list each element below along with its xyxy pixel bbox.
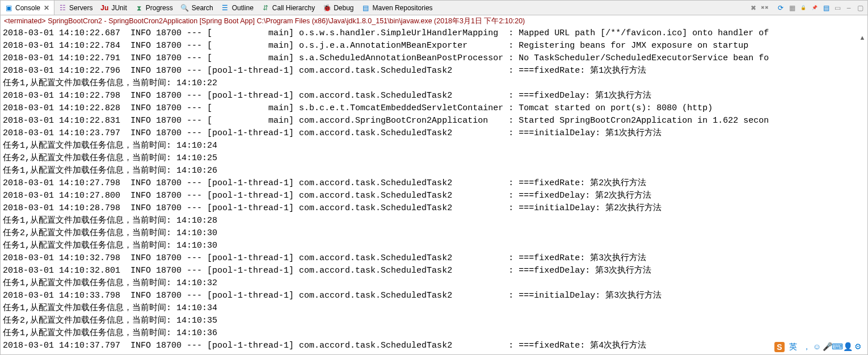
ime-mic-icon[interactable]: 🎤	[822, 341, 832, 352]
debug-icon: 🐞	[322, 3, 331, 12]
tab-label: JUnit	[111, 4, 127, 12]
ime-settings-icon[interactable]: ⚙	[853, 341, 863, 352]
clear-icon[interactable]: ▦	[787, 3, 797, 13]
tab-label: Servers	[69, 4, 92, 12]
maximize-icon[interactable]: ▢	[855, 3, 865, 13]
tab-label: Debug	[334, 4, 353, 12]
tab-label: Progress	[146, 4, 173, 12]
tab-servers[interactable]: ☷Servers	[54, 1, 96, 15]
junit-icon: Ju	[100, 3, 109, 12]
call-hierarchy-icon: ⇵	[261, 3, 270, 12]
scroll-up-icon[interactable]: ▲	[858, 34, 867, 43]
console-toolbar: ✖✖✖ ⟳▦🔒📌▤▭–▢	[748, 3, 867, 13]
terminate-relaunch-icon[interactable]: ⟳	[776, 3, 786, 13]
tab-progress[interactable]: ⧗Progress	[131, 1, 177, 15]
open-console-icon[interactable]: ▭	[832, 3, 842, 13]
ime-user-icon[interactable]: 👤	[842, 341, 853, 352]
console-panel: ▣Console✕☷ServersJuJUnit⧗Progress🔍Search…	[0, 0, 868, 355]
tab-outline[interactable]: ☰Outline	[217, 1, 258, 15]
scroll-lock-icon[interactable]: 🔒	[798, 3, 808, 13]
tab-junit[interactable]: JuJUnit	[96, 1, 130, 15]
ime-keyboard-icon[interactable]: ⌨	[832, 341, 842, 352]
tab-label: Call Hierarchy	[272, 4, 315, 12]
tab-search[interactable]: 🔍Search	[177, 1, 217, 15]
launch-status-line: <terminated> SpringBootCron2 - SpringBoo…	[1, 15, 867, 27]
remove-all-icon[interactable]: ✖✖	[760, 3, 770, 13]
view-tabs: ▣Console✕☷ServersJuJUnit⧗Progress🔍Search…	[1, 1, 437, 15]
tab-bar: ▣Console✕☷ServersJuJUnit⧗Progress🔍Search…	[1, 1, 867, 15]
console-text[interactable]: 2018-03-01 14:10:22.687 INFO 18700 --- […	[1, 27, 867, 352]
ime-emoji-icon[interactable]: ☺	[812, 341, 822, 352]
console-icon: ▣	[4, 3, 13, 12]
ime-punct-icon[interactable]: ，	[802, 342, 812, 352]
tab-console[interactable]: ▣Console✕	[1, 1, 54, 15]
maven-icon: ▤	[361, 3, 370, 12]
servers-icon: ☷	[58, 3, 67, 12]
tab-label: Maven Repositories	[373, 4, 433, 12]
tab-label: Outline	[232, 4, 254, 12]
outline-icon: ☰	[221, 3, 230, 12]
ime-bar[interactable]: S 英 ，☺🎤⌨👤⚙	[773, 341, 865, 353]
search-icon: 🔍	[180, 3, 189, 12]
ime-logo-icon[interactable]: S	[774, 342, 785, 352]
close-icon[interactable]: ✕	[43, 4, 50, 12]
pin-icon[interactable]: 📌	[810, 3, 820, 13]
minimize-icon[interactable]: –	[844, 3, 854, 13]
tab-label: Console	[15, 4, 40, 12]
tab-debug[interactable]: 🐞Debug	[319, 1, 357, 15]
console-output-area[interactable]: 2018-03-01 14:10:22.687 INFO 18700 --- […	[1, 27, 867, 354]
ime-lang-label[interactable]: 英	[788, 342, 798, 352]
tab-label: Search	[192, 4, 213, 12]
remove-launch-icon[interactable]: ✖	[748, 3, 759, 13]
display-selected-icon[interactable]: ▤	[821, 3, 831, 13]
tab-call-hierarchy[interactable]: ⇵Call Hierarchy	[258, 1, 319, 15]
progress-icon: ⧗	[134, 3, 144, 12]
tab-maven-repositories[interactable]: ▤Maven Repositories	[358, 1, 437, 15]
